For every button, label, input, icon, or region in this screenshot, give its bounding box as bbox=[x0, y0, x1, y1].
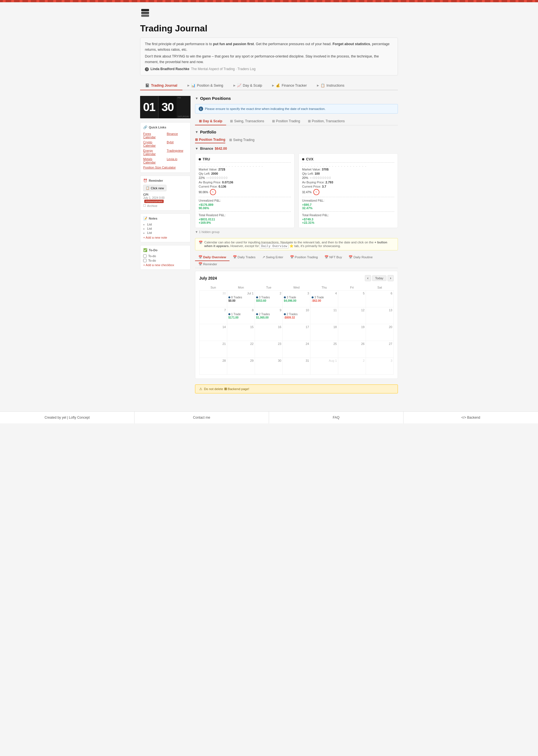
cal-cell-2-1[interactable]: 15 bbox=[227, 324, 255, 341]
tab-day-scalp[interactable]: ▶ 📈 Day & Scalp bbox=[228, 81, 267, 90]
cvx-divider2 bbox=[302, 211, 394, 212]
cal-cell-4-2[interactable]: 30 bbox=[255, 358, 283, 375]
cal-cell-1-5[interactable]: 12 bbox=[338, 307, 366, 324]
info-icon: ℹ bbox=[199, 107, 203, 111]
cal-cell-3-6[interactable]: 27 bbox=[366, 341, 394, 358]
link-energy-calendar[interactable]: Energy Calendar bbox=[143, 148, 164, 156]
link-forex-calendar[interactable]: Forex Calendar bbox=[143, 132, 164, 139]
cal-cell-1-1[interactable]: 81 Trade$171.00 bbox=[227, 307, 255, 324]
tab-instructions[interactable]: ▶ 📋 Instructions bbox=[312, 81, 350, 90]
caltab-daily-trades[interactable]: 📅 Daily Trades bbox=[230, 254, 259, 261]
cal-dot bbox=[256, 296, 258, 298]
cal-cell-4-3[interactable]: 31 bbox=[283, 358, 310, 375]
footer-created-by[interactable]: Created by yel | Lofty Concept bbox=[0, 412, 134, 424]
link-tradingview[interactable]: Tradingview bbox=[167, 148, 188, 156]
cal-cell-2-0[interactable]: 14 bbox=[199, 324, 227, 341]
cvx-av-buying: Av Buying Price: 2.793 bbox=[302, 181, 394, 184]
cal-cell-1-6[interactable]: 13 bbox=[366, 307, 394, 324]
subtab-day-scalp[interactable]: ⊞ Day & Scalp bbox=[195, 118, 226, 125]
cal-cell-0-3[interactable]: 33 Trade$4,096.00 bbox=[283, 291, 310, 307]
caltab-dt-icon: 📅 bbox=[233, 255, 237, 259]
cal-cell-4-6[interactable]: 3 bbox=[366, 358, 394, 375]
cal-cell-3-4[interactable]: 25 bbox=[310, 341, 338, 358]
tab-finance-tracker[interactable]: ▶ 💰 Finance Tracker bbox=[267, 81, 312, 90]
link-levia[interactable]: Levia.io bbox=[167, 157, 188, 165]
cal-amount: $171.00 bbox=[228, 316, 253, 319]
bottom-footer: Created by yel | Lofty Concept Contact m… bbox=[0, 411, 538, 424]
tru-total-realized-label: Total Realized P&L: bbox=[199, 213, 291, 217]
notes-icon: 📝 bbox=[143, 216, 147, 220]
quote-author-line: ℹ Linda Bradford Raschke The Mental Aspe… bbox=[145, 67, 393, 72]
portfolio-chevron[interactable]: ▼ bbox=[195, 130, 198, 134]
exchange-chevron[interactable]: ▼ bbox=[195, 146, 198, 150]
footer-faq[interactable]: FAQ bbox=[269, 412, 404, 424]
tab-trading-journal[interactable]: 📓 Trading Journal bbox=[140, 81, 183, 90]
cal-cell-3-1[interactable]: 22 bbox=[227, 341, 255, 358]
position-symbol-tru: TRU bbox=[199, 157, 291, 161]
cal-cell-4-1[interactable]: 29 bbox=[227, 358, 255, 375]
cal-cell-3-3[interactable]: 24 bbox=[283, 341, 310, 358]
cal-today-btn[interactable]: Today bbox=[372, 275, 386, 281]
cal-cell-1-3[interactable]: 102 Trades-$809.32 bbox=[283, 307, 310, 324]
tru-progress-row: 90.06% ↻ bbox=[199, 189, 291, 195]
cal-cell-2-3[interactable]: 17 bbox=[283, 324, 310, 341]
link-binance[interactable]: Binance bbox=[167, 132, 188, 139]
tru-qty: Qty Left: 2000 bbox=[199, 172, 291, 175]
cal-cell-1-4[interactable]: 11 bbox=[310, 307, 338, 324]
cal-cell-2-4[interactable]: 18 bbox=[310, 324, 338, 341]
tru-divider2 bbox=[199, 211, 291, 212]
cal-cell-2-5[interactable]: 19 bbox=[338, 324, 366, 341]
todo-icon: ✅ bbox=[143, 248, 147, 252]
caltab-swing-enter[interactable]: ↗ Swing Enter bbox=[259, 254, 287, 261]
reminder-add-btn[interactable]: 📋 Click new bbox=[143, 185, 166, 191]
cal-cell-0-4[interactable]: 43 Trade-$62.00 bbox=[310, 291, 338, 307]
cal-prev-btn[interactable]: ‹ bbox=[365, 275, 371, 281]
cal-cell-3-0[interactable]: 21 bbox=[199, 341, 227, 358]
quick-links-section: 🔗 Quick Links Forex Calendar Binance Cry… bbox=[140, 122, 190, 173]
footer-contact[interactable]: Contact me bbox=[134, 412, 269, 424]
link-metals-calendar[interactable]: Metals Calendar bbox=[143, 157, 164, 165]
link-bybit[interactable]: Bybit bbox=[167, 140, 188, 148]
footer-backend[interactable]: </> Backend bbox=[404, 412, 538, 424]
caltab-reminder[interactable]: 📅 Reminder bbox=[195, 261, 221, 268]
cal-cell-3-2[interactable]: 23 bbox=[255, 341, 283, 358]
cal-cell-4-0[interactable]: 28 bbox=[199, 358, 227, 375]
reminder-section: ⏰ Reminder 📋 Click new CPI July 1, 2024 … bbox=[140, 176, 190, 210]
cal-cell-0-0[interactable]: 30 bbox=[199, 291, 227, 307]
add-note-btn[interactable]: + Add a new note bbox=[143, 236, 188, 239]
cal-cell-0-1[interactable]: Jul 18 Trades$0.00 bbox=[227, 291, 255, 307]
caltab-daily-overview[interactable]: 📅 Daily Overview bbox=[195, 254, 230, 261]
subtab-position-trading[interactable]: ⊞ Position Trading bbox=[268, 118, 304, 125]
cal-cell-2-2[interactable]: 16 bbox=[255, 324, 283, 341]
cal-cell-0-5[interactable]: 5 bbox=[338, 291, 366, 307]
caltab-daily-routine[interactable]: 📅 Daily Routine bbox=[345, 254, 376, 261]
link-crypto-calendar[interactable]: Crypto Calendar bbox=[143, 140, 164, 148]
caltab-position-trading[interactable]: 📅 Position Trading bbox=[287, 254, 321, 261]
open-positions-chevron[interactable]: ▼ bbox=[195, 96, 198, 100]
cvx-progress-circle: ↻ bbox=[313, 189, 319, 195]
cal-cell-0-2[interactable]: 23 Trades$553.60 bbox=[255, 291, 283, 307]
add-todo-btn[interactable]: + Add a new checkbox bbox=[143, 263, 188, 267]
hidden-group[interactable]: ▼ 1 hidden group bbox=[195, 230, 398, 234]
tab-position-swing[interactable]: ▶ 📊 Position & Swing bbox=[183, 81, 228, 90]
clock-widget: 01 30 PM SATURDAY bbox=[140, 96, 190, 118]
cvx-market-value: Market Value: 370$ bbox=[302, 168, 394, 171]
cal-next-btn[interactable]: › bbox=[388, 275, 394, 281]
cal-cell-1-2[interactable]: 92 Trades$1,065.00 bbox=[255, 307, 283, 324]
link-position-size[interactable]: Position Size Calculator bbox=[143, 165, 188, 170]
subtab-position-trans[interactable]: ⊞ Position, Transactions bbox=[304, 118, 349, 125]
calendar-week-3: 21222324252627 bbox=[199, 341, 394, 358]
reminder-archive[interactable]: ☐ Archive bbox=[143, 204, 188, 207]
caltab-nft-buy[interactable]: 📅 NFT Buy bbox=[321, 254, 345, 261]
cal-cell-0-6[interactable]: 6 bbox=[366, 291, 394, 307]
cal-cell-4-4[interactable]: Aug 1 bbox=[310, 358, 338, 375]
cal-cell-1-0[interactable]: 7 bbox=[199, 307, 227, 324]
subtab-swing-trans[interactable]: ⊞ Swing, Transactions bbox=[226, 118, 268, 125]
ptab-position-trading[interactable]: ⊞ Position Trading bbox=[195, 138, 225, 143]
ptab-swing-trading[interactable]: ⊞ Swing Trading bbox=[229, 138, 254, 143]
cal-cell-3-5[interactable]: 26 bbox=[338, 341, 366, 358]
todo-check-1[interactable] bbox=[143, 254, 146, 258]
todo-check-2[interactable] bbox=[143, 259, 146, 262]
cal-cell-4-5[interactable]: 2 bbox=[338, 358, 366, 375]
cal-cell-2-6[interactable]: 20 bbox=[366, 324, 394, 341]
